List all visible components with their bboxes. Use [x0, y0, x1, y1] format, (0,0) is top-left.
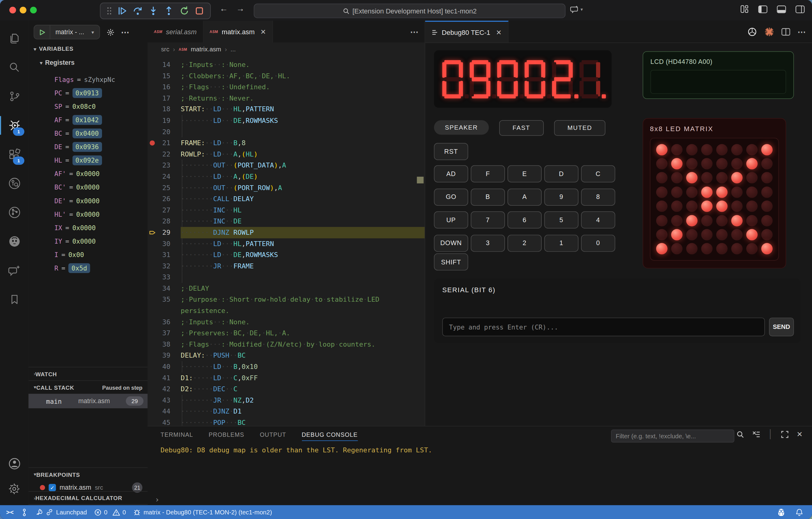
debug-config-dropdown[interactable]: matrix - ... ▾ — [50, 28, 99, 36]
code-line[interactable]: 18START:··LD···HL,PATTERN — [148, 104, 425, 115]
sidebar-item-git-graph[interactable] — [0, 200, 28, 225]
openai-icon[interactable] — [747, 27, 757, 36]
register-row[interactable]: DE'=0x0000 — [28, 194, 148, 207]
gutter[interactable] — [148, 171, 157, 182]
breakpoint-checkbox[interactable]: ✓ — [49, 484, 56, 491]
register-row[interactable]: BC=0x0400 — [28, 127, 148, 140]
shift-button[interactable]: SHIFT — [434, 253, 468, 271]
gutter[interactable] — [148, 59, 157, 70]
gutter[interactable] — [148, 328, 157, 339]
code-line[interactable]: 39DELAY:··PUSH··BC — [148, 350, 425, 361]
register-row[interactable]: I=0x00 — [28, 248, 148, 261]
key-2[interactable]: 2 — [508, 235, 542, 251]
tab-serial-asm[interactable]: ASM serial.asm — [148, 21, 203, 43]
register-row[interactable]: PC=0x0913 — [28, 86, 148, 99]
settings-button[interactable] — [0, 476, 28, 501]
tab-debug80-tec1[interactable]: Debug80 TEC-1 ✕ — [425, 21, 508, 43]
code-line[interactable]: 33 — [148, 272, 425, 283]
code-line[interactable]: 17;·Returns·:·Never. — [148, 92, 425, 104]
register-row[interactable]: IY=0x0000 — [28, 234, 148, 248]
register-row[interactable]: DE=0x0936 — [28, 140, 148, 154]
register-row[interactable]: BC'=0x0000 — [28, 180, 148, 194]
code-line[interactable]: 25········OUT··(PORT_ROW),A — [148, 182, 425, 193]
tab-matrix-asm[interactable]: ASM matrix.asm ✕ — [203, 21, 273, 43]
close-window-button[interactable] — [9, 7, 16, 13]
gutter[interactable] — [148, 294, 157, 305]
close-tab-icon[interactable]: ✕ — [496, 28, 501, 36]
editor-more-actions[interactable]: ⋯ — [798, 27, 806, 36]
gutter[interactable] — [148, 350, 157, 361]
serial-input[interactable]: Type and press Enter (CR)... — [442, 318, 765, 336]
gutter[interactable] — [148, 182, 157, 193]
call-stack-section-header[interactable]: ▾ CALL STACK Paused on step — [28, 380, 148, 394]
key-c[interactable]: C — [581, 165, 615, 183]
debug-session-statusbar-item[interactable]: matrix - Debug80 (TEC-1 MON-2) (tec1-mon… — [129, 505, 276, 519]
nav-forward-icon[interactable]: → — [236, 4, 244, 14]
code-line[interactable]: 38;·Flags···:·Modified·(Z/N/etc)·by·loop… — [148, 339, 425, 350]
account-button[interactable] — [0, 451, 28, 476]
notifications-statusbar-item[interactable] — [792, 508, 807, 516]
variables-section-header[interactable]: ▾ VARIABLES — [34, 46, 73, 52]
stop-icon[interactable] — [195, 6, 204, 16]
code-line[interactable]: 36;·Inputs··:·None. — [148, 316, 425, 328]
gutter[interactable] — [148, 272, 157, 283]
gutter[interactable] — [148, 115, 157, 126]
code-line[interactable]: 40········LD···B,0x10 — [148, 361, 425, 373]
problems-statusbar-item[interactable]: 0 0 — [90, 505, 129, 519]
muted-toggle[interactable]: MUTED — [554, 120, 606, 136]
copilot-chat-icon[interactable] — [570, 5, 579, 14]
clear-console-icon[interactable] — [752, 430, 760, 438]
gutter[interactable] — [148, 126, 157, 138]
panel-tab-output[interactable]: OUTPUT — [260, 427, 286, 443]
fast-toggle[interactable]: FAST — [499, 120, 544, 136]
gutter[interactable] — [148, 148, 157, 160]
nav-back-icon[interactable]: ← — [220, 4, 228, 14]
code-line[interactable]: 42D2:·····DEC··C — [148, 384, 425, 395]
drag-grip-icon[interactable] — [107, 7, 112, 15]
gutter[interactable] — [148, 261, 157, 272]
gutter[interactable] — [148, 372, 157, 384]
gutter[interactable] — [148, 316, 157, 328]
code-line[interactable]: 29········DJNZ·ROWLP — [148, 227, 425, 238]
register-row[interactable]: AF'=0x0000 — [28, 167, 148, 180]
key-ad[interactable]: AD — [434, 165, 468, 183]
code-line[interactable]: 16;·Flags···:·Undefined. — [148, 81, 425, 92]
code-line[interactable]: 14;·Inputs··:·None. — [148, 59, 425, 70]
gutter[interactable] — [148, 406, 157, 417]
key-0[interactable]: 0 — [581, 235, 615, 251]
key-3[interactable]: 3 — [471, 235, 505, 251]
gutter[interactable] — [148, 81, 157, 92]
register-row[interactable]: AF=0x1042 — [28, 113, 148, 127]
key-f[interactable]: F — [471, 165, 505, 183]
key-6[interactable]: 6 — [508, 212, 542, 229]
sidebar-item-chat[interactable] — [0, 258, 28, 283]
code-line[interactable]: 43········JR···NZ,D2 — [148, 394, 425, 406]
key-go[interactable]: GO — [434, 188, 468, 206]
editor-more-actions[interactable]: ⋯ — [410, 27, 418, 36]
code-line[interactable]: 44········DJNZ·D1 — [148, 406, 425, 417]
panel-tab-terminal[interactable]: TERMINAL — [161, 427, 193, 443]
breadcrumb-dir[interactable]: src — [161, 46, 169, 53]
breadcrumb-symbol[interactable]: ... — [231, 46, 236, 53]
sidebar-more-actions[interactable]: ⋯ — [121, 27, 129, 37]
code-line[interactable]: 45········POP···BC — [148, 417, 425, 426]
toggle-secondary-sidebar-icon[interactable] — [795, 5, 805, 13]
gutter[interactable] — [148, 193, 157, 205]
customize-layout-icon[interactable] — [740, 5, 749, 13]
gutter[interactable] — [148, 384, 157, 395]
restart-icon[interactable] — [179, 6, 190, 16]
start-debug-button[interactable] — [34, 25, 50, 39]
gutter[interactable] — [148, 394, 157, 406]
gutter[interactable] — [148, 216, 157, 227]
gutter[interactable] — [148, 417, 157, 426]
step-over-icon[interactable] — [133, 6, 143, 16]
panel-tab-problems[interactable]: PROBLEMS — [209, 427, 244, 443]
hex-calculator-section-header[interactable]: › HEXADECIMAL CALCULATOR — [28, 491, 148, 504]
code-line[interactable]: 21FRAME:··LD···B,8 — [148, 137, 425, 148]
sidebar-item-source-control[interactable] — [0, 84, 28, 109]
remote-indicator[interactable]: >< — [0, 505, 18, 519]
breadcrumb[interactable]: src › ASM matrix.asm › ... — [148, 43, 425, 56]
key-9[interactable]: 9 — [544, 188, 579, 206]
chevron-down-icon[interactable]: ▾ — [580, 7, 583, 12]
code-line[interactable]: 23········OUT··(PORT_DATA),A — [148, 160, 425, 171]
